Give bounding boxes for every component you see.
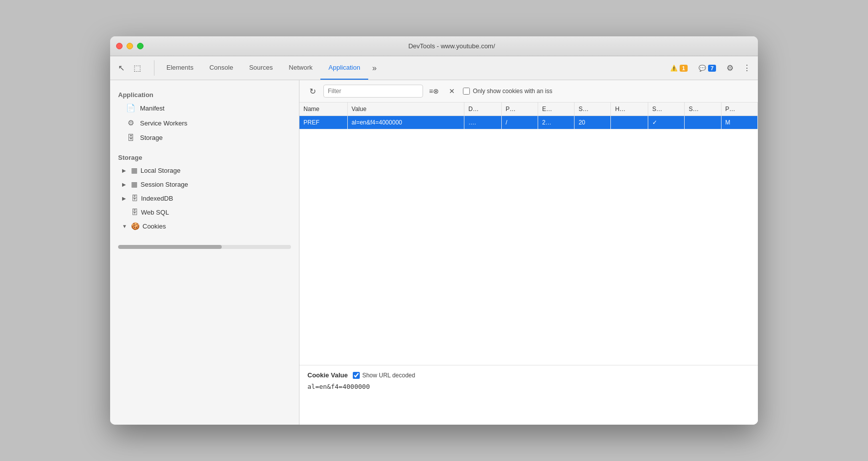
table-cell <box>611 116 648 129</box>
sidebar-item-indexeddb-label: IndexedDB <box>141 195 173 202</box>
table-cell: M <box>721 116 757 129</box>
col-samesite: S… <box>685 103 721 116</box>
col-value: Value <box>347 103 464 116</box>
table-header-row: Name Value D… P… E… S… H… S… S… P… <box>299 103 758 116</box>
show-decoded-text: Show URL decoded <box>362 372 415 379</box>
window-title: DevTools - www.youtube.com/ <box>151 42 752 50</box>
info-badge-button[interactable]: 💬 7 <box>695 63 720 74</box>
traffic-lights <box>116 43 144 49</box>
col-http: H… <box>611 103 648 116</box>
refresh-icon: ↻ <box>309 87 316 96</box>
cookie-toolbar: ↻ ≡⊗ ✕ Only show cookies with an iss <box>299 80 758 103</box>
tab-sources[interactable]: Sources <box>241 56 281 80</box>
sidebar-item-local-storage[interactable]: ▶ ▦ Local Storage <box>110 163 299 177</box>
settings-button[interactable]: ⚙ <box>723 61 737 75</box>
table-cell: …. <box>464 116 502 129</box>
cookie-detail-value: al=en&f4=4000000 <box>307 383 750 390</box>
refresh-button[interactable]: ↻ <box>305 84 319 98</box>
col-name: Name <box>299 103 347 116</box>
right-panel: ↻ ≡⊗ ✕ Only show cookies with an iss <box>299 80 758 425</box>
indexeddb-arrow: ▶ <box>122 196 128 201</box>
col-expires: E… <box>538 103 574 116</box>
only-issue-checkbox[interactable] <box>463 88 470 95</box>
cookie-detail-header: Cookie Value Show URL decoded <box>307 371 750 379</box>
main-content: Application 📄 Manifest ⚙ Service Workers… <box>110 80 758 425</box>
local-storage-icon: ▦ <box>131 166 138 174</box>
filter-input[interactable] <box>323 85 423 98</box>
tab-divider <box>154 60 154 76</box>
only-issue-label[interactable]: Only show cookies with an iss <box>463 88 552 95</box>
show-decoded-label[interactable]: Show URL decoded <box>353 372 415 379</box>
clear-icon: ✕ <box>449 87 455 95</box>
sidebar-item-cookies-label: Cookies <box>143 223 166 230</box>
cookies-icon: 🍪 <box>131 222 140 230</box>
col-size: S… <box>575 103 611 116</box>
devtools-icons: ↖ ⬚ <box>114 56 144 80</box>
local-storage-arrow: ▶ <box>122 168 128 173</box>
sidebar-item-service-workers-label: Service Workers <box>140 119 187 127</box>
table-cell: PREF <box>299 116 347 129</box>
more-icon: ⋮ <box>743 63 751 73</box>
sidebar-item-session-storage-label: Session Storage <box>141 181 188 188</box>
devtools-window: DevTools - www.youtube.com/ ↖ ⬚ Elements… <box>110 36 758 425</box>
close-button[interactable] <box>116 43 123 49</box>
maximize-button[interactable] <box>137 43 144 49</box>
sidebar-item-storage-label: Storage <box>140 134 163 141</box>
sidebar: Application 📄 Manifest ⚙ Service Workers… <box>110 80 299 425</box>
table-cell: 2… <box>538 116 574 129</box>
cookie-detail-label: Cookie Value <box>307 371 348 379</box>
cookies-arrow: ▼ <box>122 224 128 229</box>
cursor-icon-button[interactable]: ↖ <box>114 61 128 75</box>
gear-icon: ⚙ <box>726 63 733 73</box>
service-workers-icon: ⚙ <box>126 118 135 127</box>
sidebar-application-title: Application <box>110 88 299 101</box>
table-cell: ✓ <box>648 116 685 129</box>
show-decoded-checkbox[interactable] <box>353 372 360 379</box>
session-storage-arrow: ▶ <box>122 182 128 187</box>
clear-button[interactable]: ✕ <box>445 84 459 98</box>
sidebar-scrollbar-thumb <box>118 245 222 249</box>
device-toggle-button[interactable]: ⬚ <box>130 61 144 75</box>
tab-more-button[interactable]: » <box>368 56 381 80</box>
sidebar-item-storage[interactable]: 🗄 Storage <box>110 130 299 145</box>
sidebar-scrollbar[interactable] <box>118 245 291 249</box>
web-sql-icon: 🗄 <box>131 208 138 216</box>
filter-icon: ≡⊗ <box>429 87 439 95</box>
sidebar-item-web-sql-label: Web SQL <box>141 209 169 216</box>
title-bar: DevTools - www.youtube.com/ <box>110 36 758 56</box>
cookie-table-wrapper[interactable]: Name Value D… P… E… S… H… S… S… P… <box>299 103 758 365</box>
more-button[interactable]: ⋮ <box>740 61 754 75</box>
session-storage-icon: ▦ <box>131 180 138 188</box>
sidebar-storage-title: Storage <box>110 151 299 163</box>
cookie-detail: Cookie Value Show URL decoded al=en&f4=4… <box>299 365 758 425</box>
table-cell: 20 <box>575 116 611 129</box>
tab-bar-right: ⚠️ 1 💬 7 ⚙ ⋮ <box>666 56 754 80</box>
table-cell: / <box>501 116 538 129</box>
only-issue-text: Only show cookies with an iss <box>473 88 552 95</box>
info-count: 7 <box>708 65 716 72</box>
filter-icon-button[interactable]: ≡⊗ <box>427 84 441 98</box>
sidebar-item-service-workers[interactable]: ⚙ Service Workers <box>110 115 299 130</box>
col-path: P… <box>501 103 538 116</box>
sidebar-item-indexeddb[interactable]: ▶ 🗄 IndexedDB <box>110 191 299 205</box>
table-row[interactable]: PREFal=en&f4=4000000…./2…20✓M <box>299 116 758 129</box>
col-priority: P… <box>721 103 757 116</box>
warning-badge-button[interactable]: ⚠️ 1 <box>666 63 692 74</box>
warning-count: 1 <box>680 65 688 72</box>
tab-bar: ↖ ⬚ Elements Console Sources Network App… <box>110 56 758 80</box>
tab-console[interactable]: Console <box>201 56 241 80</box>
col-secure: S… <box>648 103 685 116</box>
sidebar-item-manifest[interactable]: 📄 Manifest <box>110 101 299 115</box>
tab-network[interactable]: Network <box>281 56 321 80</box>
comment-icon: 💬 <box>699 65 706 72</box>
warning-icon: ⚠️ <box>670 65 678 72</box>
cookie-table: Name Value D… P… E… S… H… S… S… P… <box>299 103 758 129</box>
tab-elements[interactable]: Elements <box>158 56 201 80</box>
minimize-button[interactable] <box>127 43 133 49</box>
tab-application[interactable]: Application <box>320 56 368 80</box>
sidebar-item-cookies[interactable]: ▼ 🍪 Cookies <box>110 219 299 233</box>
manifest-icon: 📄 <box>126 104 135 113</box>
sidebar-item-session-storage[interactable]: ▶ ▦ Session Storage <box>110 177 299 191</box>
sidebar-separator <box>110 145 299 151</box>
sidebar-item-web-sql[interactable]: ▶ 🗄 Web SQL <box>110 205 299 219</box>
